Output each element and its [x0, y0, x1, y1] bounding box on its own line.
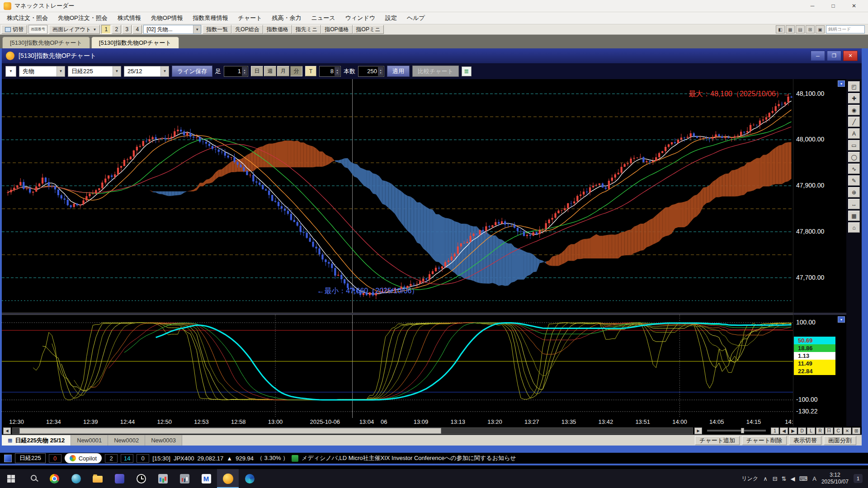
oscillator-axis[interactable]: ▼ 100.00-100.00-130.2250.6918.861.1311.4… [793, 315, 846, 418]
panel-collapse-icon[interactable]: ▼ [838, 316, 845, 323]
spinner-icon[interactable]: ▲▼ [378, 67, 383, 76]
notification-badge[interactable]: 1 [854, 474, 863, 483]
menu-item-0[interactable]: 株式注文・照会 [2, 12, 53, 24]
layout-quick-4[interactable]: 4 [132, 25, 142, 34]
scroll-mini-0[interactable]: 1 [771, 427, 779, 434]
scroll-mini-7[interactable]: C [834, 427, 842, 434]
param-input[interactable]: 8▲▼ [319, 66, 341, 77]
toolbar-right-icon-0[interactable]: ◧ [776, 25, 785, 33]
chart-tool-icon-12[interactable]: ⌂ [848, 222, 860, 233]
document-tab-0[interactable]: [5130]指数先物OPチャート [2, 37, 90, 48]
bar-interval-input[interactable]: 1▲▼ [224, 66, 248, 77]
minimize-icon[interactable]: ─ [802, 0, 823, 12]
layout-quick-2[interactable]: 2 [112, 25, 121, 34]
chart-tool-icon-8[interactable]: ✎ [848, 175, 860, 186]
chart-window-titlebar[interactable]: [5130]指数先物OPチャート ─ ❐ ✕ [2, 48, 862, 63]
symbol-code-input[interactable]: 銘柄コード [826, 25, 865, 33]
tray-status-icon-3[interactable]: ⌨ [799, 475, 808, 482]
menu-item-10[interactable]: ヘルプ [402, 12, 430, 24]
menu-item-8[interactable]: ウィンドウ [340, 12, 380, 24]
tray-status-icon-2[interactable]: ◀ [791, 475, 795, 482]
file-explorer-taskbar-button[interactable] [87, 469, 108, 488]
scroll-mini-2[interactable]: ▶ [789, 427, 797, 434]
menu-item-1[interactable]: 先物OP注文・照会 [53, 12, 113, 24]
toolbar-button-0[interactable]: 指数一覧 [203, 25, 231, 34]
chart-tool-icon-2[interactable]: ◉ [848, 105, 860, 115]
compare-chart-button[interactable]: 比較チャート [412, 66, 459, 77]
chart-tool-icon-6[interactable]: ◯ [848, 152, 860, 162]
chart-action-3[interactable]: 画面分割 [824, 436, 856, 445]
scroll-mini-4[interactable]: L [807, 427, 815, 434]
chart-action-1[interactable]: チャート削除 [742, 436, 787, 445]
start-button[interactable] [0, 469, 22, 488]
scroll-right-icon[interactable]: ▶ [694, 427, 702, 434]
symbol-type-combo[interactable]: 先物▼ [19, 66, 65, 77]
oscillator-chart[interactable] [2, 315, 793, 418]
chart-tool-icon-3[interactable]: ╱ [848, 117, 860, 127]
tray-status-icon-0[interactable]: ⊟ [773, 475, 778, 482]
apply-button[interactable]: 適用 [387, 66, 410, 77]
copilot-button[interactable]: Copilot [65, 453, 102, 463]
scrollbar-thumb[interactable] [19, 428, 441, 434]
chart-tool-icon-11[interactable]: ▦ [848, 211, 860, 221]
spinner-icon[interactable]: ▲▼ [242, 67, 247, 76]
layout-button[interactable]: 画面レイアウト▼ [49, 25, 100, 34]
chart-tab-0[interactable]: ▦日経225先物 25/12 [2, 435, 71, 446]
toolbar-right-icon-4[interactable]: ▣ [816, 25, 825, 33]
chart-tab-1[interactable]: New0001 [71, 435, 108, 446]
app-purple-taskbar-button[interactable] [108, 469, 130, 488]
workspace-combo[interactable]: [02] 先物...▼ [143, 25, 201, 34]
chart-app-taskbar-button[interactable] [174, 469, 195, 488]
indicator-settings-icon[interactable]: ≣ [462, 66, 472, 76]
menu-item-5[interactable]: チャート [233, 12, 267, 24]
scroll-mini-9[interactable]: ⊞ [852, 427, 860, 434]
panel-collapse-icon[interactable]: ▼ [838, 80, 845, 87]
bar-count-input[interactable]: 250▲▼ [358, 66, 384, 77]
chart-tab-2[interactable]: New0002 [108, 435, 145, 446]
menu-item-6[interactable]: 残高・余力 [267, 12, 307, 24]
edge-taskbar-button[interactable] [239, 469, 260, 488]
symbol-combo[interactable]: 日経225▼ [68, 66, 121, 77]
toolbar-button-2[interactable]: 指数価格 [263, 25, 292, 34]
period-button-分[interactable]: 分 [290, 66, 302, 76]
layout-quick-3[interactable]: 3 [122, 25, 132, 34]
zoom-slider-thumb[interactable] [741, 428, 744, 433]
spinner-icon[interactable]: ▲▼ [335, 67, 340, 76]
minimize-icon[interactable]: ─ [811, 51, 825, 61]
close-icon[interactable]: ✕ [843, 51, 858, 61]
menu-item-7[interactable]: ニュース [307, 12, 340, 24]
chart-tool-icon-10[interactable]: ↔ [848, 199, 860, 209]
scroll-mini-5[interactable]: R [816, 427, 824, 434]
switch-button[interactable]: 切替 [1, 25, 27, 34]
main-price-axis[interactable]: ▼ 48,100.0048,000.0047,900.0047,800.0047… [793, 79, 846, 313]
maximize-icon[interactable]: □ [823, 0, 844, 12]
status-symbol[interactable]: 日経225 [15, 453, 46, 463]
chrome-taskbar-button[interactable] [43, 469, 65, 488]
line-save-button[interactable]: ライン保存 [172, 66, 212, 77]
chart-action-0[interactable]: チャート追加 [695, 436, 740, 445]
scroll-mini-1[interactable]: ◀ [780, 427, 788, 434]
toolbar-button-1[interactable]: 先OP総合 [231, 25, 263, 34]
zoom-slider[interactable] [707, 430, 766, 432]
toolbar-right-icon-1[interactable]: ▦ [786, 25, 795, 33]
chart-action-2[interactable]: 表示切替 [789, 436, 821, 445]
toolbar-right-icon-2[interactable]: ▤ [796, 25, 805, 33]
app-teal-taskbar-button[interactable] [65, 469, 87, 488]
scroll-left-icon[interactable]: ◀ [3, 427, 11, 434]
taskbar-clock[interactable]: 3:12 2025/10/07 [821, 472, 849, 485]
chart-tool-icon-0[interactable]: ◰ [848, 81, 860, 92]
toolbar-button-5[interactable]: 指OPミニ [353, 25, 384, 34]
document-tab-1[interactable]: [5130]指数先物OPチャート [91, 37, 179, 48]
search-button[interactable] [22, 469, 43, 488]
tray-chevron-icon[interactable]: ∧ [763, 475, 768, 482]
scroll-mini-3[interactable]: D [798, 427, 806, 434]
close-icon[interactable]: ✕ [844, 0, 864, 12]
period-button-日[interactable]: 日 [251, 66, 263, 76]
period-button-月[interactable]: 月 [277, 66, 289, 76]
chart-tool-icon-1[interactable]: ✚ [848, 93, 860, 103]
tick-button[interactable]: T [305, 66, 316, 76]
menu-item-4[interactable]: 指数業種情報 [188, 12, 233, 24]
scroll-mini-8[interactable]: ✕ [843, 427, 851, 434]
toolbar-button-3[interactable]: 指先ミニ [292, 25, 321, 34]
menu-item-9[interactable]: 設定 [380, 12, 402, 24]
